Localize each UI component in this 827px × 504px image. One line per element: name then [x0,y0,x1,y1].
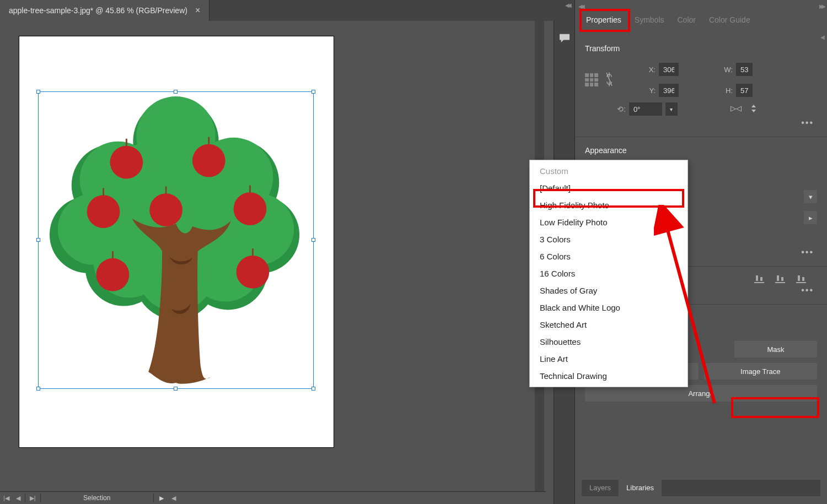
selection-handle[interactable] [312,387,315,391]
align-top-icon[interactable] [796,275,806,283]
preset-shades-of-gray[interactable]: Shades of Gray [530,282,688,299]
selection-handle[interactable] [36,387,40,391]
selection-handle[interactable] [174,387,178,391]
y-label: Y: [617,86,657,95]
selection-handle[interactable] [174,90,178,94]
preset-6-colors[interactable]: 6 Colors [530,248,688,265]
bottom-panel-tabs: Layers Libraries [582,480,820,496]
panel-expand-icon[interactable]: ▶▶ [819,3,824,9]
status-bar: |◀ ◀ ▶| Selection ▶ ◀ [0,491,546,504]
document-tab[interactable]: apple-tree-sample-3.jpg* @ 45.86 % (RGB/… [0,0,210,21]
artboard [19,36,334,447]
selection-handle[interactable] [312,238,315,242]
expand-options-icon[interactable]: ▸ [804,211,817,224]
tab-properties[interactable]: Properties [579,10,628,30]
play-icon[interactable]: ▶ [155,495,168,502]
comment-panel-icon[interactable] [559,33,571,43]
align-vertical-center-icon[interactable] [775,275,785,283]
preset-line-art[interactable]: Line Art [530,350,688,367]
panel-collapse-icon[interactable]: ◀◀ [565,2,570,8]
tab-libraries[interactable]: Libraries [619,480,662,496]
svg-point-29 [96,258,130,291]
svg-point-25 [149,193,182,226]
mask-button[interactable]: Mask [734,341,817,357]
preset-sketched-art[interactable]: Sketched Art [530,316,688,333]
y-input[interactable] [659,84,679,97]
document-tab-title: apple-tree-sample-3.jpg* @ 45.86 % (RGB/… [9,6,187,15]
selection-handle[interactable] [312,90,315,94]
svg-point-19 [110,146,143,179]
selection-bounding-box[interactable] [38,91,314,389]
svg-point-27 [234,192,267,225]
selection-handle[interactable] [36,238,40,242]
constrain-proportions-icon[interactable] [604,72,615,89]
next-artboard-icon[interactable]: ▶| [26,495,39,502]
preset-technical-drawing[interactable]: Technical Drawing [530,367,688,384]
tool-mode-label: Selection [42,494,152,502]
preset-silhouettes[interactable]: Silhouettes [530,333,688,350]
width-input[interactable] [736,63,753,76]
preset-high-fidelity-photo[interactable]: High Fidelity Photo [530,197,688,214]
preset-black-and-white-logo[interactable]: Black and White Logo [530,299,688,316]
reference-point-selector[interactable] [585,73,602,86]
preset-dropdown-icon[interactable]: ▾ [804,190,817,203]
rotation-dropdown-icon[interactable]: ▾ [665,102,678,116]
height-input[interactable] [736,84,753,97]
image-trace-preset-dropdown: Custom [Default] High Fidelity Photo Low… [529,160,688,387]
x-input[interactable] [659,63,679,76]
dropdown-header: Custom [530,162,688,180]
close-tab-icon[interactable]: × [195,6,200,15]
arrange-button[interactable]: Arrange [585,385,817,402]
preset-16-colors[interactable]: 16 Colors [530,265,688,282]
tab-color[interactable]: Color [671,10,702,30]
image-trace-button[interactable]: Image Trace [704,363,818,380]
canvas-area[interactable] [0,21,546,474]
panel-grip-icon[interactable]: ◀◀ [578,3,583,9]
selection-handle[interactable] [36,90,40,94]
scroll-left-icon[interactable]: ◀ [168,495,179,502]
preset-low-fidelity-photo[interactable]: Low Fidelity Photo [530,214,688,231]
h-label: H: [694,86,734,95]
flip-vertical-icon[interactable] [749,104,758,115]
x-label: X: [617,66,657,74]
rotation-input[interactable] [629,102,662,116]
svg-point-21 [192,144,225,177]
preset-default[interactable]: [Default] [530,180,688,197]
panel-tab-group: Properties Symbols Color Color Guide [575,9,827,31]
tab-symbols[interactable]: Symbols [628,10,671,30]
svg-point-23 [87,195,120,228]
svg-point-31 [237,256,270,289]
prev-artboard-icon[interactable]: ◀ [13,495,24,502]
first-artboard-icon[interactable]: |◀ [0,495,13,502]
placed-image-apple-tree[interactable] [39,92,313,388]
tab-color-guide[interactable]: Color Guide [702,10,757,30]
more-options-icon[interactable]: ••• [585,118,817,128]
tab-layers[interactable]: Layers [582,480,619,496]
rotate-icon: ⟲: [617,105,626,113]
align-bottom-icon[interactable] [754,275,764,283]
flip-horizontal-icon[interactable]: ▷◁ [731,104,742,115]
w-label: W: [694,66,734,74]
section-title-transform: Transform [585,44,817,53]
preset-3-colors[interactable]: 3 Colors [530,231,688,248]
section-title-appearance: Appearance [585,146,817,155]
